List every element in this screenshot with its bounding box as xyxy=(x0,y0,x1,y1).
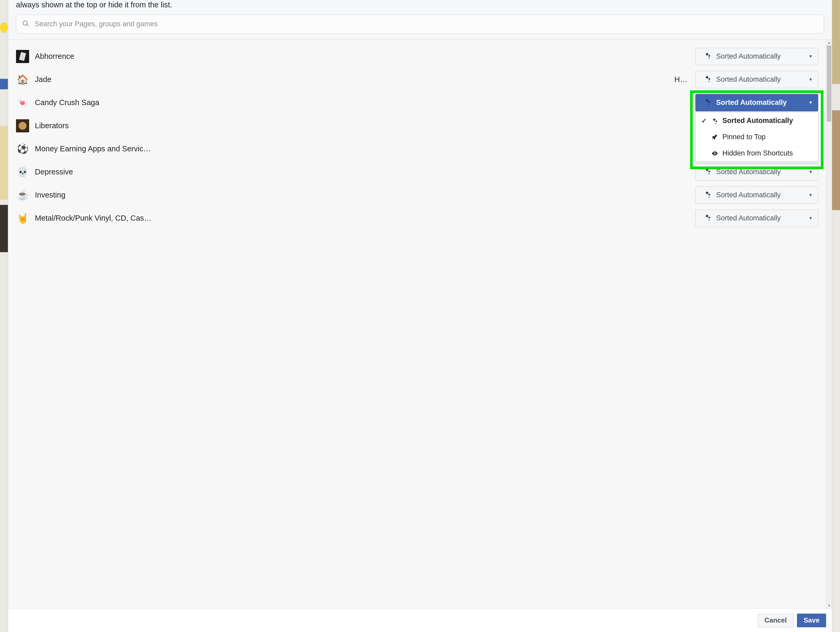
scrollbar[interactable]: ▲ ▼ xyxy=(826,40,832,608)
eye-icon xyxy=(711,150,719,157)
scrollbar-down-arrow[interactable]: ▼ xyxy=(826,603,832,608)
list-item: AbhorrenceSorted Automatically▼ xyxy=(16,45,818,68)
background-emoji-hint xyxy=(0,22,8,33)
dropdown-option-label: Sorted Automatically xyxy=(722,117,793,125)
item-extra: H… xyxy=(674,75,687,84)
sort-label: Sorted Automatically xyxy=(716,52,804,60)
chevron-down-icon: ▼ xyxy=(808,100,813,105)
background-hint xyxy=(0,79,8,89)
sort-dropdown-button[interactable]: Sorted Automatically▼ xyxy=(695,163,818,181)
sort-label: Sorted Automatically xyxy=(716,98,804,107)
chevron-down-icon: ▼ xyxy=(808,170,813,174)
sort-dropdown-wrap: Sorted Automatically▼ xyxy=(695,71,818,88)
edit-shortcuts-modal: always shown at the top or hide it from … xyxy=(8,0,832,632)
scrollbar-up-arrow[interactable]: ▲ xyxy=(826,40,832,46)
sparkle-icon xyxy=(711,117,719,124)
sparkle-icon xyxy=(704,214,711,223)
background-hint xyxy=(832,0,840,84)
modal-description: always shown at the top or hide it from … xyxy=(16,0,824,10)
scrollbar-thumb[interactable] xyxy=(827,46,831,122)
avatar: ☕ xyxy=(16,188,29,202)
list-item: 🤘Metal/Rock/Punk Vinyl, CD, Cas…Sorted A… xyxy=(16,207,818,230)
sort-dropdown-wrap: Sorted Automatically▼ xyxy=(695,187,818,204)
save-button[interactable]: Save xyxy=(797,614,826,627)
avatar xyxy=(16,119,29,132)
check-icon: ✓ xyxy=(701,117,707,125)
sparkle-icon xyxy=(704,167,711,176)
sort-dropdown-wrap: Sorted Automatically▼ xyxy=(695,48,818,65)
sparkle-icon xyxy=(704,190,711,200)
chevron-down-icon: ▼ xyxy=(808,54,813,59)
avatar xyxy=(16,50,29,63)
sort-dropdown-wrap: Sorted Automatically▼✓Sorted Automatical… xyxy=(695,94,818,111)
dropdown-option-label: Pinned to Top xyxy=(722,133,766,141)
search-input[interactable] xyxy=(35,20,818,28)
sort-dropdown-wrap: Sorted Automatically▼ xyxy=(695,210,818,227)
item-name: Jade xyxy=(35,75,674,84)
avatar: 💀 xyxy=(16,165,29,179)
item-name: Money Earning Apps and Servic… xyxy=(35,144,695,153)
background-hint xyxy=(832,110,840,210)
cancel-button[interactable]: Cancel xyxy=(758,614,793,627)
dropdown-option[interactable]: Hidden from Shortcuts xyxy=(696,145,818,162)
item-name: Abhorrence xyxy=(35,52,695,61)
item-name: Candy Crush Saga xyxy=(35,98,695,107)
item-name: Liberators xyxy=(35,121,695,130)
list-item: 🏠JadeH…Sorted Automatically▼ xyxy=(16,68,818,91)
dropdown-option[interactable]: ✓Sorted Automatically xyxy=(696,113,818,129)
sort-dropdown-button[interactable]: Sorted Automatically▼ xyxy=(695,71,818,88)
sort-dropdown-button[interactable]: Sorted Automatically▼ xyxy=(695,48,818,65)
dropdown-option[interactable]: Pinned to Top xyxy=(696,129,818,145)
sort-dropdown-wrap: Sorted Automatically▼ xyxy=(695,163,818,181)
modal-header: always shown at the top or hide it from … xyxy=(8,0,832,40)
sparkle-icon xyxy=(704,52,711,61)
sort-dropdown-menu: ✓Sorted AutomaticallyPinned to TopHidden… xyxy=(695,112,818,162)
sparkle-icon xyxy=(704,75,711,84)
avatar: ⚽ xyxy=(16,143,29,155)
pin-icon xyxy=(711,134,719,141)
chevron-down-icon: ▼ xyxy=(808,77,813,82)
search-icon xyxy=(22,20,29,29)
avatar: 🤘 xyxy=(16,212,29,225)
sort-label: Sorted Automatically xyxy=(716,75,804,84)
chevron-down-icon: ▼ xyxy=(808,193,813,198)
shortcuts-list: AbhorrenceSorted Automatically▼🏠JadeH…So… xyxy=(8,40,826,608)
chevron-down-icon: ▼ xyxy=(808,216,813,221)
shortcuts-scroll-region: AbhorrenceSorted Automatically▼🏠JadeH…So… xyxy=(8,40,832,608)
item-name: Depressive xyxy=(35,168,695,176)
list-item: 💀DepressiveSorted Automatically▼ xyxy=(16,160,818,184)
list-item: ☕InvestingSorted Automatically▼ xyxy=(16,184,818,207)
background-hint xyxy=(0,126,8,200)
background-hint xyxy=(0,205,8,252)
sort-label: Sorted Automatically xyxy=(716,191,804,199)
dropdown-option-label: Hidden from Shortcuts xyxy=(722,149,793,157)
sort-dropdown-button[interactable]: Sorted Automatically▼ xyxy=(695,210,818,227)
sparkle-icon xyxy=(704,98,711,107)
sort-dropdown-button[interactable]: Sorted Automatically▼ xyxy=(695,187,818,204)
sort-dropdown-button[interactable]: Sorted Automatically▼ xyxy=(695,94,818,111)
sort-label: Sorted Automatically xyxy=(716,168,804,176)
avatar: 🍬 xyxy=(16,96,29,109)
item-name: Investing xyxy=(35,191,695,200)
search-box[interactable] xyxy=(16,15,824,33)
sort-label: Sorted Automatically xyxy=(716,214,804,222)
modal-footer: Cancel Save xyxy=(8,608,832,632)
list-item: 🍬Candy Crush SagaSorted Automatically▼✓S… xyxy=(16,91,818,114)
avatar: 🏠 xyxy=(16,73,29,86)
item-name: Metal/Rock/Punk Vinyl, CD, Cas… xyxy=(35,214,695,222)
